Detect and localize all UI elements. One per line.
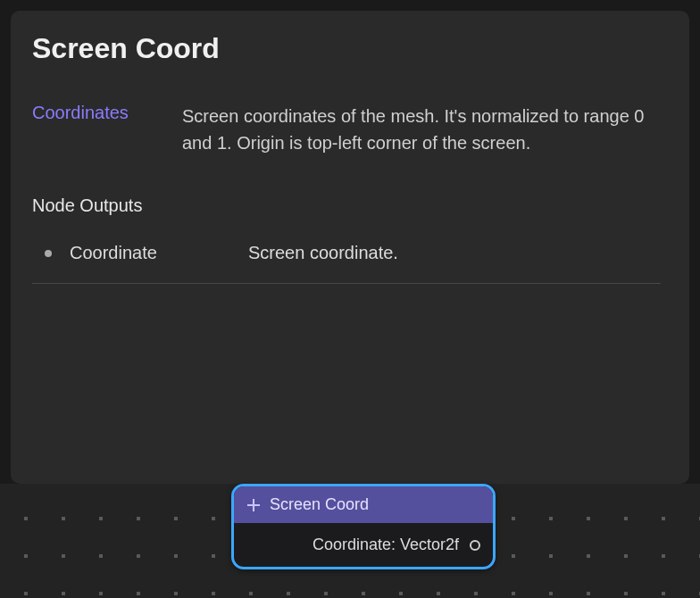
- outputs-heading: Node Outputs: [32, 195, 668, 216]
- node-header[interactable]: Screen Coord: [234, 486, 493, 523]
- bullet-icon: [45, 250, 52, 257]
- node-body: Coordinate: Vector2f: [234, 523, 493, 567]
- coordinates-description: Screen coordinates of the mesh. It's nor…: [182, 103, 664, 156]
- output-row: Coordinate Screen coordinate.: [32, 236, 661, 284]
- output-name: Coordinate: [70, 243, 248, 263]
- node-title: Screen Coord: [270, 495, 369, 514]
- page-title: Screen Coord: [32, 32, 668, 65]
- screen-coord-node[interactable]: Screen Coord Coordinate: Vector2f: [231, 484, 496, 569]
- coordinates-row: Coordinates Screen coordinates of the me…: [32, 103, 668, 156]
- output-port[interactable]: [470, 540, 480, 551]
- output-description: Screen coordinate.: [248, 243, 398, 263]
- coordinates-link[interactable]: Coordinates: [32, 103, 129, 122]
- doc-panel: Screen Coord Coordinates Screen coordina…: [11, 11, 689, 484]
- plus-icon: [246, 498, 261, 512]
- node-output-label: Coordinate: Vector2f: [312, 536, 459, 554]
